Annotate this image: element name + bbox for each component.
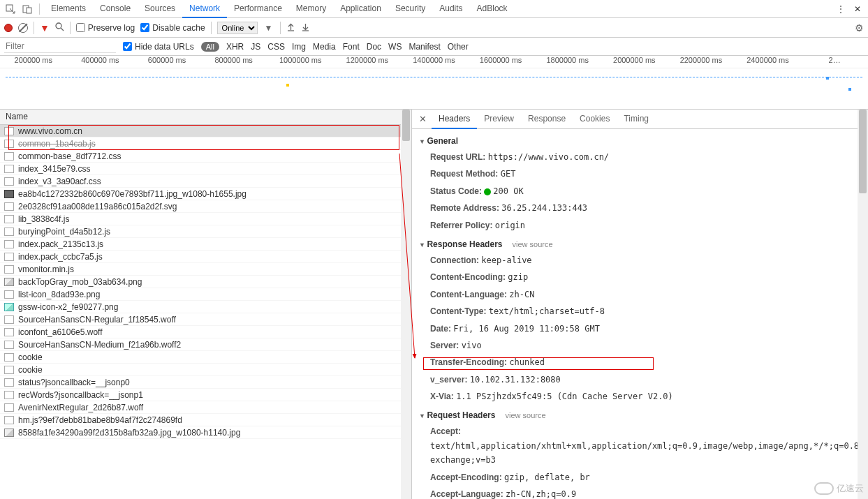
header-row: v_server: 10.102.31.132:8080 xyxy=(419,371,861,388)
timeline-tick: 2400000 ms xyxy=(735,56,802,68)
filter-type-img[interactable]: Img xyxy=(292,42,306,52)
header-row: Content-Type: text/html;charset=utf-8 xyxy=(419,303,861,320)
detail-tab-cookies[interactable]: Cookies xyxy=(573,110,617,129)
filter-toggle-icon[interactable]: ▼ xyxy=(40,22,50,33)
filter-type-all[interactable]: All xyxy=(201,42,219,52)
request-row[interactable]: index_3415e79.css xyxy=(0,163,411,175)
request-row[interactable]: www.vivo.com.cn xyxy=(0,125,411,137)
filter-type-manifest[interactable]: Manifest xyxy=(409,42,440,52)
request-row[interactable]: cookie xyxy=(0,364,411,376)
file-icon xyxy=(4,190,14,198)
detail-tab-preview[interactable]: Preview xyxy=(477,110,521,129)
settings-icon[interactable]: ⚙ xyxy=(855,22,864,33)
device-toggle-icon[interactable] xyxy=(20,1,35,17)
detail-tab-timing[interactable]: Timing xyxy=(617,110,656,129)
request-row[interactable]: vmonitor.min.js xyxy=(0,263,411,276)
clear-button[interactable] xyxy=(18,23,28,33)
section-header[interactable]: General xyxy=(419,133,861,149)
filter-type-other[interactable]: Other xyxy=(448,42,469,52)
filter-input[interactable] xyxy=(4,40,116,53)
tab-application[interactable]: Application xyxy=(333,0,388,18)
request-row[interactable]: common-base_8df7712.css xyxy=(0,150,411,163)
request-name: lib_3838c4f.js xyxy=(18,214,69,224)
close-devtools-icon[interactable]: ✕ xyxy=(850,1,865,17)
request-row[interactable]: index.pack_2135c13.js xyxy=(0,238,411,251)
file-icon xyxy=(4,290,14,299)
detail-tab-headers[interactable]: Headers xyxy=(432,110,477,129)
request-row[interactable]: common_1ba4cab.js xyxy=(0,137,411,150)
request-row[interactable]: backTopGray_mob_03ab634.png xyxy=(0,276,411,288)
request-row[interactable]: status?jsoncallback=__jsonp0 xyxy=(0,376,411,389)
request-row[interactable]: AvenirNextRegular_2d26b87.woff xyxy=(0,401,411,414)
filter-type-font[interactable]: Font xyxy=(343,42,360,52)
file-icon xyxy=(4,416,14,424)
request-row[interactable]: SourceHanSansCN-Regular_1f18545.woff xyxy=(0,313,411,326)
disable-cache-checkbox[interactable]: Disable cache xyxy=(140,23,205,33)
section-header[interactable]: Response Headersview source xyxy=(419,237,861,252)
request-name: cookie xyxy=(18,365,43,375)
header-row: Content-Encoding: gzip xyxy=(419,269,861,285)
inspect-icon[interactable] xyxy=(3,1,18,17)
request-row[interactable]: hm.js?9ef7debb81babe8b94af7f2c274869fd xyxy=(0,414,411,426)
record-button[interactable] xyxy=(4,24,13,32)
close-detail-icon[interactable]: ✕ xyxy=(415,114,430,124)
filter-type-xhr[interactable]: XHR xyxy=(226,42,244,52)
request-row[interactable]: recWords?jsoncallback=__jsonp1 xyxy=(0,389,411,401)
tab-adblock[interactable]: AdBlock xyxy=(470,0,515,18)
request-row[interactable]: ea8b4c1272332b860c6970e7893bf711.jpg_w10… xyxy=(0,188,411,200)
header-row: Accept-Encoding: gzip, deflate, br xyxy=(419,469,861,486)
view-source-link[interactable]: view source xyxy=(512,240,552,248)
detail-tab-response[interactable]: Response xyxy=(521,110,573,129)
export-har-icon[interactable] xyxy=(301,22,310,33)
request-name: SourceHanSansCN-Medium_f21a96b.woff2 xyxy=(18,340,181,350)
request-name: index_3415e79.css xyxy=(18,164,90,174)
filter-type-doc[interactable]: Doc xyxy=(367,42,381,52)
file-icon xyxy=(4,366,14,374)
scrollbar[interactable] xyxy=(401,110,411,499)
timeline-tick: 2… xyxy=(801,56,868,68)
timeline-tick: 1400000 ms xyxy=(401,56,468,68)
import-har-icon[interactable] xyxy=(286,22,295,33)
tab-network[interactable]: Network xyxy=(182,0,227,18)
filter-type-ws[interactable]: WS xyxy=(388,42,402,52)
request-row[interactable]: gssw-icon-x2_fe90277.png xyxy=(0,301,411,313)
name-column-header[interactable]: Name xyxy=(0,110,411,125)
request-row[interactable]: list-icon_8dad93e.png xyxy=(0,288,411,301)
hide-data-urls-checkbox[interactable]: Hide data URLs xyxy=(123,42,194,52)
request-row[interactable]: buryingPoint_d4a5b12.js xyxy=(0,225,411,238)
filter-type-js[interactable]: JS xyxy=(251,42,260,52)
request-row[interactable]: index_v3_3a90acf.css xyxy=(0,175,411,188)
header-row: Remote Address: 36.25.244.133:443 xyxy=(419,200,861,216)
request-row[interactable]: cookie xyxy=(0,351,411,364)
filter-type-media[interactable]: Media xyxy=(313,42,336,52)
request-row[interactable]: SourceHanSansCN-Medium_f21a96b.woff2 xyxy=(0,338,411,351)
timeline-tick: 1200000 ms xyxy=(334,56,401,68)
scrollbar[interactable] xyxy=(858,110,868,499)
tab-console[interactable]: Console xyxy=(93,0,138,18)
preserve-log-checkbox[interactable]: Preserve log xyxy=(76,23,135,33)
more-icon[interactable]: ⋮ xyxy=(833,1,848,17)
file-icon xyxy=(4,341,14,349)
section-header[interactable]: Request Headersview source xyxy=(419,408,861,423)
request-name: recWords?jsoncallback=__jsonp1 xyxy=(18,390,143,400)
tab-sources[interactable]: Sources xyxy=(138,0,182,18)
tab-memory[interactable]: Memory xyxy=(289,0,333,18)
throttling-select[interactable]: Online xyxy=(217,22,258,34)
search-icon[interactable] xyxy=(55,22,64,33)
cloud-icon xyxy=(814,482,834,495)
request-row[interactable]: 2e0328cf91aa008de119a86c015a2d2f.svg xyxy=(0,200,411,213)
request-row[interactable]: lib_3838c4f.js xyxy=(0,213,411,225)
tab-performance[interactable]: Performance xyxy=(227,0,289,18)
timeline-overview[interactable]: 200000 ms400000 ms600000 ms800000 ms1000… xyxy=(0,56,868,110)
request-name: ea8b4c1272332b860c6970e7893bf711.jpg_w10… xyxy=(18,189,247,199)
filter-type-css[interactable]: CSS xyxy=(267,42,285,52)
tab-elements[interactable]: Elements xyxy=(44,0,93,18)
view-source-link[interactable]: view source xyxy=(505,411,545,419)
timeline-tick: 400000 ms xyxy=(67,56,134,68)
request-row[interactable]: iconfont_a6106e5.woff xyxy=(0,326,411,338)
request-row[interactable]: index.pack_ccbc7a5.js xyxy=(0,251,411,263)
file-icon xyxy=(4,253,14,261)
tab-security[interactable]: Security xyxy=(388,0,432,18)
tab-audits[interactable]: Audits xyxy=(432,0,469,18)
request-row[interactable]: 8588fa1fe34290a99f2d315b8afb32a9.jpg_w10… xyxy=(0,426,411,439)
